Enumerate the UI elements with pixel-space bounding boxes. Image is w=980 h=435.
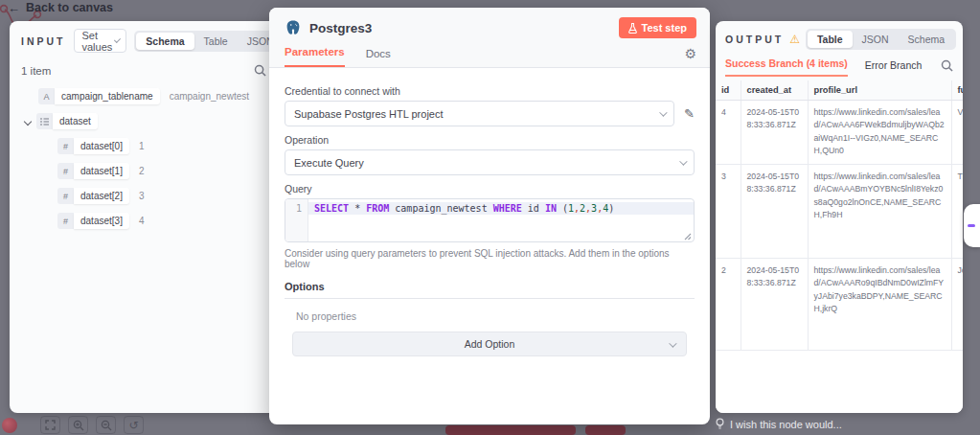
schema-field-dataset-1[interactable]: # dataset[1] 2 [57, 163, 266, 179]
cell-profile-url: https://www.linkedin.com/sales/lead/ACwA… [808, 258, 951, 350]
cell-profile-url: https://www.linkedin.com/sales/lead/ACwA… [808, 164, 951, 258]
zoom-in-icon [73, 420, 84, 431]
cell-fu: Vi [951, 101, 963, 165]
postgres-icon [285, 19, 302, 36]
dimmed-canvas-button-primary [445, 425, 576, 435]
cell-created-at: 2024-05-15T08:33:36.871Z [741, 101, 808, 165]
cell-fu: Jo [951, 258, 963, 350]
field-name-chip: dataset[2] [74, 188, 129, 204]
output-tab-schema[interactable]: Schema [899, 31, 955, 48]
options-empty-text: No properties [296, 310, 695, 322]
schema-field-dataset-0[interactable]: # dataset[0] 1 [57, 138, 266, 154]
node-feedback-label: I wish this node would... [730, 419, 842, 430]
sql-injection-hint: Consider using query parameters to preve… [285, 248, 695, 269]
cell-id: 2 [716, 258, 741, 350]
credential-select[interactable]: Supabase Postgres HTL project [285, 101, 674, 126]
column-header-profile-url: profile_url [808, 80, 951, 101]
column-header-id: id [716, 80, 741, 101]
table-row: 2 2024-05-15T08:33:36.871Z https://www.l… [716, 258, 963, 350]
editor-resize-handle[interactable] [684, 233, 692, 240]
output-table-container: id created_at profile_url fu 4 2024-05-1… [716, 80, 963, 413]
field-value: 3 [139, 191, 145, 201]
output-table: id created_at profile_url fu 4 2024-05-1… [716, 80, 963, 351]
table-row: 3 2024-05-15T08:33:36.871Z https://www.l… [716, 164, 963, 258]
number-type-icon: # [57, 163, 74, 179]
schema-field-dataset-3[interactable]: # dataset[3] 4 [57, 213, 266, 229]
cell-fu: Th [951, 164, 963, 258]
operation-label: Operation [285, 134, 695, 146]
test-step-label: Test step [642, 22, 687, 34]
input-panel-title: INPUT [21, 35, 66, 47]
output-panel-title: OUTPUT [725, 34, 784, 45]
number-type-icon: # [57, 213, 74, 229]
fit-view-icon [45, 420, 56, 430]
collapse-chevron-icon[interactable] [24, 117, 32, 125]
schema-field-campaign-tablename[interactable]: A campaign_tablename campaign_newtest [38, 88, 266, 104]
query-label: Query [285, 183, 695, 195]
number-type-icon: # [57, 188, 74, 204]
field-name-chip: dataset[0] [74, 138, 129, 154]
field-value: 1 [139, 141, 145, 151]
schema-field-dataset-2[interactable]: # dataset[2] 3 [57, 188, 266, 204]
warning-icon: ⚠ [789, 34, 800, 45]
tab-parameters[interactable]: Parameters [285, 46, 345, 67]
operation-value: Execute Query [294, 157, 364, 169]
table-header-row: id created_at profile_url fu [716, 80, 963, 101]
input-schema-tree: A campaign_tablename campaign_newtest da… [10, 80, 278, 245]
user-avatar [2, 418, 17, 433]
undo-icon: ↺ [128, 419, 138, 432]
edit-credential-icon[interactable]: ✎ [684, 106, 695, 121]
output-panel: OUTPUT ⚠ Table JSON Schema Success Branc… [716, 21, 963, 413]
operation-select[interactable]: Execute Query [285, 149, 695, 175]
tab-docs[interactable]: Docs [366, 48, 391, 67]
lightbulb-icon [716, 418, 724, 430]
field-value: campaign_newtest [170, 91, 249, 102]
reset-zoom-button: ↺ [124, 416, 144, 434]
field-name-chip: campaign_tablename [55, 88, 160, 104]
output-view-switcher: Table JSON Schema [806, 29, 956, 50]
output-tab-table[interactable]: Table [808, 31, 853, 48]
node-settings-modal: Postgres3 Test step Parameters Docs ⚙ Cr… [269, 8, 710, 424]
field-name-chip: dataset[3] [74, 213, 129, 229]
input-source-value: Set values [82, 30, 115, 53]
input-tab-table[interactable]: Table [194, 33, 238, 50]
node-settings-gear-icon[interactable]: ⚙ [684, 46, 696, 67]
add-option-button[interactable]: Add Option [292, 332, 687, 356]
success-branch-tab[interactable]: Success Branch (4 items) [725, 57, 848, 77]
column-header-created-at: created_at [741, 80, 808, 101]
add-option-label: Add Option [465, 338, 515, 350]
output-search-icon[interactable] [941, 59, 953, 72]
input-items-count: 1 item [21, 65, 51, 77]
input-tab-schema[interactable]: Schema [136, 33, 194, 50]
zoom-out-button [96, 416, 116, 434]
input-search-icon[interactable] [254, 64, 266, 77]
node-feedback-link[interactable]: I wish this node would... [716, 418, 842, 430]
back-to-canvas-label: Back to canvas [26, 1, 113, 14]
field-value: 2 [139, 166, 145, 176]
zoom-out-icon [101, 420, 112, 431]
string-type-icon: A [38, 88, 55, 104]
input-source-select[interactable]: Set values [74, 29, 127, 53]
flask-icon [628, 23, 637, 34]
query-editor[interactable]: 1 SELECT * FROM campaign_newtest WHERE i… [285, 198, 695, 242]
input-panel: INPUT Set values Schema Table JSON 1 ite… [10, 21, 278, 413]
field-name-chip: dataset[1] [74, 163, 129, 179]
cell-id: 3 [716, 164, 741, 258]
number-type-icon: # [57, 138, 74, 154]
column-header-fu: fu [951, 80, 963, 101]
test-step-button[interactable]: Test step [619, 17, 696, 38]
line-number: 1 [285, 199, 308, 241]
field-value: 4 [139, 216, 145, 226]
schema-field-dataset[interactable]: dataset [21, 113, 266, 129]
chevron-down-icon [669, 339, 676, 347]
table-row: 4 2024-05-15T08:33:36.871Z https://www.l… [716, 101, 963, 165]
edge-handle-pill[interactable] [964, 204, 980, 247]
chevron-down-icon [659, 108, 667, 116]
cell-created-at: 2024-05-15T08:33:36.871Z [741, 164, 808, 258]
back-to-canvas-link[interactable]: ← Back to canvas [8, 1, 113, 14]
cell-profile-url: https://www.linkedin.com/sales/lead/ACwA… [808, 101, 951, 165]
back-arrow-icon: ← [8, 2, 20, 14]
error-branch-tab[interactable]: Error Branch [865, 59, 923, 77]
cell-created-at: 2024-05-15T08:33:36.871Z [741, 258, 808, 350]
output-tab-json[interactable]: JSON [853, 31, 899, 48]
